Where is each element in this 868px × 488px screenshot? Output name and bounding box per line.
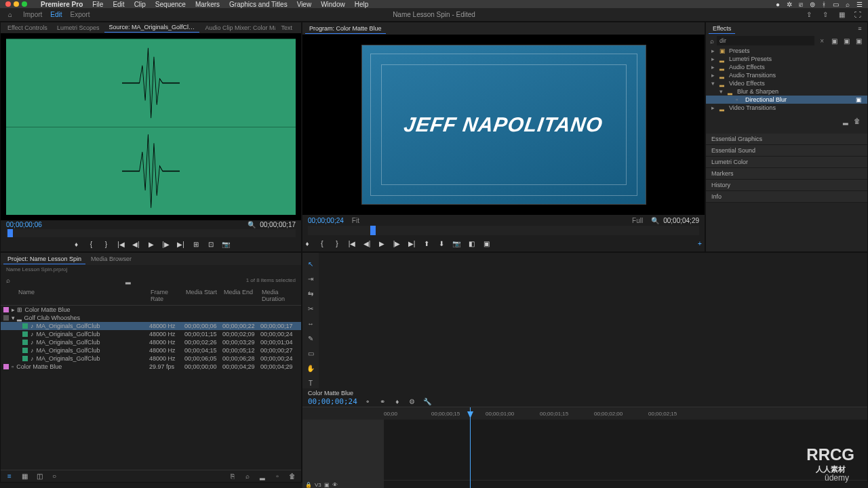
quick-export-icon[interactable]: ⇪ (804, 10, 814, 20)
bluetooth-icon[interactable]: ᚼ (822, 1, 826, 8)
tab-media-browser[interactable]: Media Browser (87, 254, 136, 264)
col-framerate[interactable]: Frame Rate (148, 287, 183, 304)
control-center-icon[interactable]: ☰ (856, 1, 863, 8)
mark-out-icon[interactable]: } (332, 239, 342, 248)
zoom-slider[interactable]: ○ (50, 472, 59, 481)
maximize-icon[interactable] (22, 1, 27, 7)
linked-selection-icon[interactable]: ⚭ (378, 396, 387, 406)
step-forward-icon[interactable]: |▶ (161, 240, 171, 249)
minimize-icon[interactable] (14, 1, 19, 7)
wrench-icon[interactable]: 🔧 (422, 396, 432, 406)
new-bin-icon[interactable]: ▂ (841, 116, 850, 125)
type-tool-icon[interactable]: T (305, 378, 316, 388)
mark-out-icon[interactable]: } (102, 240, 111, 249)
menu-view[interactable]: View (297, 1, 312, 8)
effects-search-input[interactable] (717, 36, 814, 45)
zoom-icon[interactable]: 🔍 (248, 221, 256, 228)
fx-badge-icon[interactable]: ▣ (842, 36, 851, 45)
overwrite-icon[interactable]: ⊡ (206, 240, 216, 249)
tree-video-effects[interactable]: ▾▂Video Effects (706, 79, 867, 87)
razor-tool-icon[interactable]: ✂ (305, 303, 316, 314)
step-back-icon[interactable]: ◀| (362, 239, 372, 248)
battery-icon[interactable]: ▭ (833, 1, 839, 8)
export-frame-icon[interactable]: 📷 (221, 240, 231, 249)
track-v3-label[interactable]: V3 (315, 482, 321, 488)
rectangle-tool-icon[interactable]: ▭ (305, 348, 316, 359)
pen-tool-icon[interactable]: ✎ (305, 333, 316, 344)
freeform-view-icon[interactable]: ◫ (35, 472, 44, 481)
track-lock-icon[interactable]: 🔒 (305, 482, 312, 488)
program-scrub-bar[interactable] (308, 226, 699, 235)
col-media-start[interactable]: Media Start (183, 287, 221, 304)
panel-essential-sound[interactable]: Essential Sound (706, 145, 867, 157)
panel-lumetri-color[interactable]: Lumetri Color (706, 157, 867, 168)
go-to-out-icon[interactable]: ▶| (407, 239, 416, 248)
tab-program[interactable]: Program: Color Matte Blue (305, 24, 386, 34)
tab-effects[interactable]: Effects (709, 24, 735, 34)
delete-icon[interactable]: 🗑 (288, 472, 297, 481)
project-row[interactable]: ♪MA_Originals_GolfClub48000 Hz00;00;06;0… (1, 354, 301, 363)
new-bin-icon[interactable]: ▂ (258, 472, 267, 481)
workspace-import[interactable]: Import (23, 11, 42, 18)
tab-lumetri-scopes[interactable]: Lumetri Scopes (53, 23, 104, 33)
play-icon[interactable]: ▶ (146, 240, 156, 249)
panel-markers[interactable]: Markers (706, 168, 867, 180)
icon-view-icon[interactable]: ▦ (20, 472, 29, 481)
tab-project[interactable]: Project: Name Lesson Spin (3, 254, 85, 264)
tab-effect-controls[interactable]: Effect Controls (3, 23, 52, 33)
tab-audio-mixer[interactable]: Audio Clip Mixer: Color Matte Blue (201, 23, 275, 33)
zoom-icon[interactable]: 🔍 (651, 217, 659, 224)
menu-file[interactable]: File (92, 1, 103, 8)
mark-in-icon[interactable]: { (87, 240, 96, 249)
tab-source[interactable]: Source: MA_Originals_GolfClubWhooshes_1.… (104, 22, 199, 33)
settings-icon[interactable]: ⚙ (408, 396, 417, 406)
clear-search-icon[interactable]: × (817, 37, 827, 45)
program-tc-current[interactable]: 00;00;00;24 (308, 217, 344, 224)
list-view-icon[interactable]: ≡ (5, 472, 14, 481)
quality-full[interactable]: Full (632, 217, 643, 224)
fullscreen-icon[interactable]: ⛶ (853, 10, 863, 20)
wifi-icon[interactable]: ⊚ (810, 1, 815, 8)
zoom-fit[interactable]: Fit (352, 217, 359, 224)
search-icon[interactable]: ⌕ (846, 1, 850, 8)
tree-audio-transitions[interactable]: ▸▂Audio Transitions (706, 71, 867, 79)
sequence-name[interactable]: Color Matte Blue (308, 390, 862, 396)
snap-icon[interactable]: ⚬ (363, 396, 372, 406)
go-to-in-icon[interactable]: |◀ (117, 240, 126, 249)
add-marker-icon[interactable]: ♦ (72, 240, 81, 249)
source-scrub-bar[interactable] (6, 229, 296, 237)
project-row[interactable]: ♪MA_Originals_GolfClub48000 Hz00;00;01;1… (1, 330, 301, 338)
project-row[interactable]: ▸ ⊞Color Matte Blue (1, 306, 301, 314)
col-media-duration[interactable]: Media Duration (259, 287, 297, 304)
playhead-line[interactable] (470, 407, 471, 488)
delete-icon[interactable]: 🗑 (852, 116, 862, 125)
track-toggle-icon[interactable]: ▣ (324, 482, 330, 488)
new-item-icon[interactable]: ▫ (273, 472, 282, 481)
tree-video-transitions[interactable]: ▸▂Video Transitions (706, 104, 867, 112)
settings-plus-icon[interactable]: + (695, 239, 705, 248)
tree-presets[interactable]: ▸▣Presets (706, 47, 867, 55)
menu-graphics[interactable]: Graphics and Titles (229, 1, 288, 8)
timeline-ruler[interactable]: 00;00 00;00;00;15 00;00;01;00 00;00;01;1… (302, 407, 867, 420)
compare-icon[interactable]: ◧ (467, 239, 476, 248)
slip-tool-icon[interactable]: ↔ (305, 318, 316, 329)
track-eye-icon[interactable]: 👁 (332, 482, 338, 488)
safezone-icon[interactable]: ▣ (481, 239, 491, 248)
source-tc-current[interactable]: 00;00;00;06 (6, 221, 42, 228)
step-back-icon[interactable]: ◀| (132, 240, 141, 249)
project-row[interactable]: ▾ ▂Golf Club Whooshes (1, 314, 301, 322)
panel-essential-graphics[interactable]: Essential Graphics (706, 134, 867, 145)
source-monitor[interactable] (1, 33, 301, 220)
play-icon[interactable]: ▶ (377, 239, 387, 248)
panel-history[interactable]: History (706, 180, 867, 191)
new-bin-icon[interactable]: ▂ (123, 275, 133, 285)
menu-window[interactable]: Window (321, 1, 345, 8)
program-monitor[interactable]: JEFF NAPOLITANO (302, 35, 705, 215)
menu-markers[interactable]: Markers (195, 1, 220, 8)
project-row[interactable]: ♪MA_Originals_GolfClub48000 Hz00;00;00;0… (1, 322, 301, 330)
tree-directional-blur[interactable]: ▫Directional Blur▣ (706, 96, 867, 104)
project-row[interactable]: ▫Color Matte Blue29.97 fps00;00;00;0000;… (1, 363, 301, 371)
close-icon[interactable] (5, 1, 11, 7)
project-row[interactable]: ♪MA_Originals_GolfClub48000 Hz00;00;02;2… (1, 338, 301, 346)
go-to-out-icon[interactable]: ▶| (176, 240, 186, 249)
